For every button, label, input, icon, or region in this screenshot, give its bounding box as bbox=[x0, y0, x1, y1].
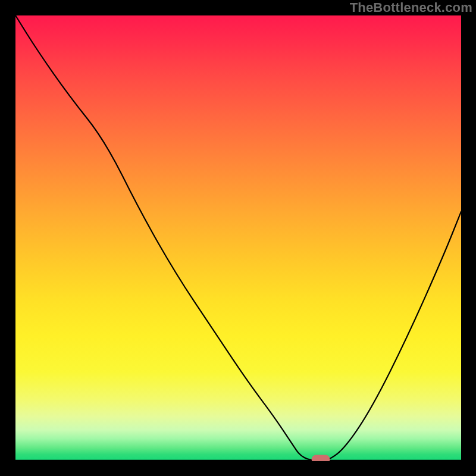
chart-frame: TheBottleneck.com bbox=[0, 0, 476, 476]
optimal-marker bbox=[312, 455, 330, 461]
watermark-text: TheBottleneck.com bbox=[350, 0, 472, 15]
curve-layer bbox=[15, 15, 461, 461]
plot-area bbox=[15, 15, 461, 461]
bottleneck-curve bbox=[15, 15, 461, 461]
